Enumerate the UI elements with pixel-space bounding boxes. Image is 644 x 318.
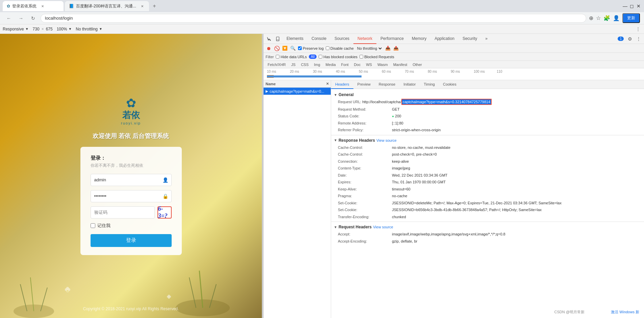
expires-row: Expires: Thu, 01 Jan 1970 00:00:00 GMT — [331, 179, 644, 186]
pragma-label: Pragma: — [338, 193, 392, 199]
detail-tab-headers[interactable]: Headers — [331, 80, 353, 89]
search-icon[interactable]: 🔍 — [290, 45, 296, 51]
tab-elements[interactable]: Elements — [282, 34, 307, 44]
general-section-header[interactable]: ▼ General — [331, 91, 644, 98]
hide-data-urls-label[interactable]: Hide data URLs — [276, 55, 307, 59]
pragma-value: no-cache — [392, 193, 407, 199]
tab-baidu[interactable]: 📘 百度翻译-200种语言互译、沟通... ✕ — [65, 1, 149, 11]
tab-add-button[interactable]: + — [150, 2, 158, 10]
export-icon[interactable]: 📤 — [393, 45, 399, 51]
filter-type-other[interactable]: Other — [411, 62, 424, 67]
detail-tab-response[interactable]: Response — [375, 80, 400, 89]
bookmarks-icon[interactable]: ⊕ — [589, 15, 593, 21]
tab-application[interactable]: Application — [430, 34, 459, 44]
request-headers-section[interactable]: ▼ Request Headers View source — [331, 223, 644, 231]
filter-icon[interactable]: 🔽 — [282, 45, 288, 51]
login-button[interactable]: 登录 — [91, 234, 172, 247]
set-cookie2-label: Set-Cookie: — [338, 207, 392, 213]
filter-all-badge[interactable]: All — [309, 54, 317, 59]
cache-control2-label: Cache-Control: — [338, 152, 392, 157]
detail-tab-initiator[interactable]: Initiator — [399, 80, 420, 89]
hide-data-urls-checkbox[interactable] — [276, 55, 279, 59]
referrer-policy-row: Referrer Policy: strict-origin-when-cros… — [331, 127, 644, 134]
referrer-policy-value: strict-origin-when-cross-origin — [392, 127, 441, 133]
detail-content: ▼ General Request URL: http://localhost/… — [331, 89, 644, 247]
refresh-button[interactable]: ↻ — [28, 14, 38, 23]
tab-memory[interactable]: Memory — [408, 34, 430, 44]
has-blocked-cookies-label[interactable]: Has blocked cookies — [319, 55, 357, 59]
extensions-icon[interactable]: 🧩 — [603, 15, 610, 21]
filter-type-js[interactable]: JS — [289, 62, 298, 67]
viewport-controls: Responsive ▼ 730 × 675 100% ▼ No throttl… — [3, 27, 102, 31]
tab-close-baidu[interactable]: ✕ — [140, 3, 145, 9]
preserve-log-label[interactable]: Preserve log — [298, 46, 324, 50]
captcha-input[interactable] — [91, 206, 155, 219]
viewport-width[interactable]: 730 — [33, 27, 40, 31]
filter-type-fetch-xhr[interactable]: Fetch/XHR — [266, 62, 288, 67]
chevron-down-icon[interactable]: ▼ — [25, 27, 29, 31]
star-icon[interactable]: ☆ — [596, 15, 601, 21]
detail-tab-timing[interactable]: Timing — [420, 80, 439, 89]
tab-performance[interactable]: Performance — [376, 34, 408, 44]
clear-button[interactable]: 🚫 — [274, 45, 280, 51]
filter-type-doc[interactable]: Doc — [352, 62, 363, 67]
filter-type-media[interactable]: Media — [324, 62, 338, 67]
tab-close-login[interactable]: ✕ — [40, 3, 45, 9]
has-blocked-cookies-checkbox[interactable] — [319, 55, 322, 59]
request-view-source[interactable]: View source — [373, 225, 393, 229]
detail-tab-cookies[interactable]: Cookies — [439, 80, 461, 89]
password-input[interactable] — [91, 190, 172, 202]
tab-login[interactable]: ✿ 登录若依系统 ✕ — [3, 1, 64, 11]
filter-type-wasm[interactable]: Wasm — [375, 62, 390, 67]
captcha-image[interactable]: 6-3=? — [157, 206, 172, 219]
update-button[interactable]: 更新 — [622, 13, 640, 23]
filter-type-manifest[interactable]: Manifest — [391, 62, 410, 67]
filter-type-img[interactable]: Img — [312, 62, 322, 67]
more-options-icon[interactable]: ⋮ — [635, 26, 641, 32]
settings-icon[interactable]: ⚙ — [626, 35, 634, 43]
filter-type-ws[interactable]: WS — [364, 62, 374, 67]
inspect-icon[interactable] — [265, 35, 273, 43]
zoom-chevron-icon[interactable]: ▼ — [68, 27, 72, 31]
timeline-60ms: 60 ms — [382, 70, 405, 73]
more-devtools-icon[interactable]: ⋮ — [635, 35, 643, 43]
disable-cache-label[interactable]: Disable cache — [326, 46, 354, 50]
tab-more[interactable]: » — [481, 34, 492, 44]
zoom-level[interactable]: 100% — [57, 27, 67, 31]
device-toolbar-icon[interactable] — [274, 35, 282, 43]
address-bar[interactable]: localhost/login — [41, 14, 586, 23]
username-input[interactable] — [91, 174, 172, 186]
tab-sources[interactable]: Sources — [330, 34, 353, 44]
minimize-button[interactable]: — — [622, 3, 628, 9]
back-button[interactable]: ← — [4, 14, 14, 23]
disable-cache-checkbox[interactable] — [326, 46, 329, 50]
blocked-requests-checkbox[interactable] — [360, 55, 363, 59]
filter-type-css[interactable]: CSS — [299, 62, 311, 67]
preserve-log-checkbox[interactable] — [298, 46, 302, 50]
profile-icon[interactable]: 👤 — [613, 15, 620, 21]
filter-type-font[interactable]: Font — [339, 62, 351, 67]
throttle-chevron-icon[interactable]: ▼ — [99, 27, 102, 31]
network-list-item[interactable]: ▶ captchaImage?type=math&s=0... — [264, 88, 331, 95]
set-cookie2-value: JSESSIONID=b656b4c3-3bdb-41db-8b66-36738… — [392, 207, 542, 213]
close-button[interactable]: ✕ — [636, 3, 641, 9]
remember-checkbox[interactable] — [91, 223, 95, 228]
collapse-list-icon[interactable]: ✕ — [326, 82, 329, 86]
logo-sub: ruoyi.vip — [121, 121, 141, 125]
record-button[interactable]: ⏺ — [266, 45, 272, 51]
throttle-select[interactable]: No throttling — [76, 27, 98, 31]
item-triangle: ▶ — [266, 89, 268, 93]
tab-security[interactable]: Security — [459, 34, 481, 44]
tab-console[interactable]: Console — [307, 34, 330, 44]
throttle-dropdown[interactable]: No throttling — [356, 46, 383, 51]
forward-button[interactable]: → — [16, 14, 26, 23]
blocked-requests-label[interactable]: Blocked Requests — [360, 55, 394, 59]
viewport-height[interactable]: 675 — [46, 27, 53, 31]
import-icon[interactable]: 📥 — [385, 45, 391, 51]
response-view-source[interactable]: View source — [376, 138, 397, 142]
response-headers-section[interactable]: ▼ Response Headers View source — [331, 137, 644, 144]
detail-tab-preview[interactable]: Preview — [353, 80, 375, 89]
restore-button[interactable]: ◻ — [629, 3, 635, 9]
timeline-70ms: 70 ms — [405, 70, 428, 73]
tab-network[interactable]: Network — [353, 34, 376, 44]
